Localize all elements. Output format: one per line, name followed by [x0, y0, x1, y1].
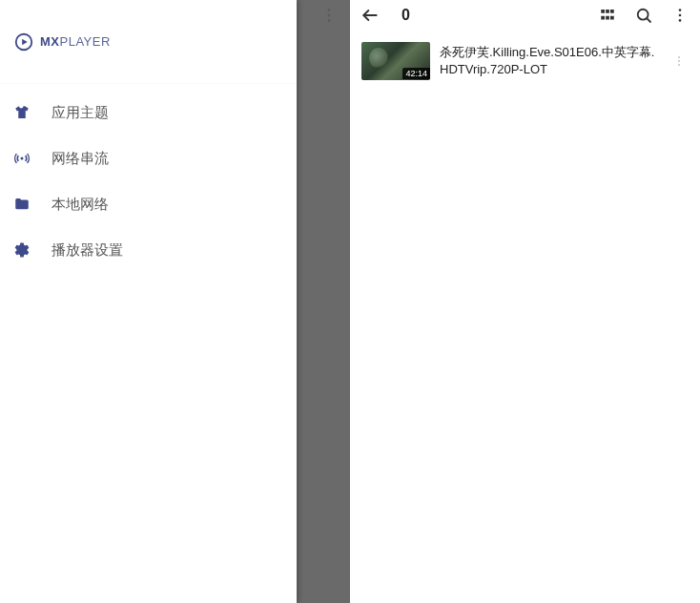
svg-point-18 [679, 19, 682, 22]
svg-point-6 [21, 157, 24, 160]
play-circle-icon [13, 31, 34, 52]
view-grid-icon[interactable] [597, 5, 618, 26]
more-vert-icon[interactable] [318, 4, 340, 27]
more-vert-icon[interactable] [669, 5, 690, 26]
drawer-item-local-network[interactable]: 本地网络 [0, 181, 297, 227]
drawer-item-label: 应用主题 [51, 104, 109, 122]
svg-point-16 [679, 9, 682, 11]
video-list: 42:14 杀死伊芙.Killing.Eve.S01E06.中英字幕.HDTVr… [350, 31, 700, 603]
drawer-item-stream[interactable]: 网络串流 [0, 135, 297, 181]
drawer-item-label: 网络串流 [51, 150, 109, 168]
item-more-vert-icon[interactable] [669, 52, 689, 71]
back-icon[interactable] [360, 5, 381, 26]
svg-point-4 [328, 19, 331, 22]
video-list-item[interactable]: 42:14 杀死伊芙.Killing.Eve.S01E06.中英字幕.HDTVr… [350, 38, 700, 84]
drawer-header: MXPLAYER [0, 0, 297, 84]
svg-point-21 [678, 64, 680, 66]
drawer-list: 应用主题 网络串流 本地网络 播放器设置 [0, 84, 297, 273]
folder-icon [11, 194, 32, 215]
left-overlay-region: MXPLAYER 应用主题 网络串流 本地网络 [0, 0, 350, 603]
video-duration-badge: 42:14 [402, 68, 430, 79]
app-logo: MXPLAYER [13, 31, 111, 52]
logo-text: MXPLAYER [40, 34, 111, 49]
svg-point-19 [678, 56, 680, 58]
drawer-item-label: 播放器设置 [51, 241, 123, 260]
page-title: 0 [401, 7, 582, 24]
svg-point-14 [638, 10, 649, 20]
cast-icon [11, 148, 32, 169]
svg-point-3 [328, 14, 331, 17]
svg-rect-11 [601, 16, 605, 20]
content-panel: 0 42:14 杀死伊芙.Killing.Eve.S01E06.中英字幕.HDT… [350, 0, 700, 603]
drawer-item-settings[interactable]: 播放器设置 [0, 227, 297, 273]
svg-rect-13 [610, 16, 614, 20]
drawer-item-theme[interactable]: 应用主题 [0, 90, 297, 135]
svg-rect-8 [601, 10, 605, 13]
svg-rect-12 [606, 16, 609, 20]
video-title: 杀死伊芙.Killing.Eve.S01E06.中英字幕.HDTVrip.720… [440, 42, 660, 78]
svg-line-15 [648, 19, 651, 23]
tshirt-icon [11, 102, 32, 123]
video-thumbnail: 42:14 [361, 42, 430, 80]
search-icon[interactable] [633, 5, 654, 26]
svg-rect-9 [606, 10, 609, 13]
svg-point-20 [678, 60, 680, 62]
svg-point-2 [328, 9, 331, 11]
drawer-item-label: 本地网络 [51, 196, 109, 214]
svg-rect-10 [610, 10, 614, 13]
svg-point-17 [679, 14, 682, 17]
top-toolbar: 0 [350, 0, 700, 31]
navigation-drawer: MXPLAYER 应用主题 网络串流 本地网络 [0, 0, 297, 603]
gear-icon [11, 239, 32, 260]
